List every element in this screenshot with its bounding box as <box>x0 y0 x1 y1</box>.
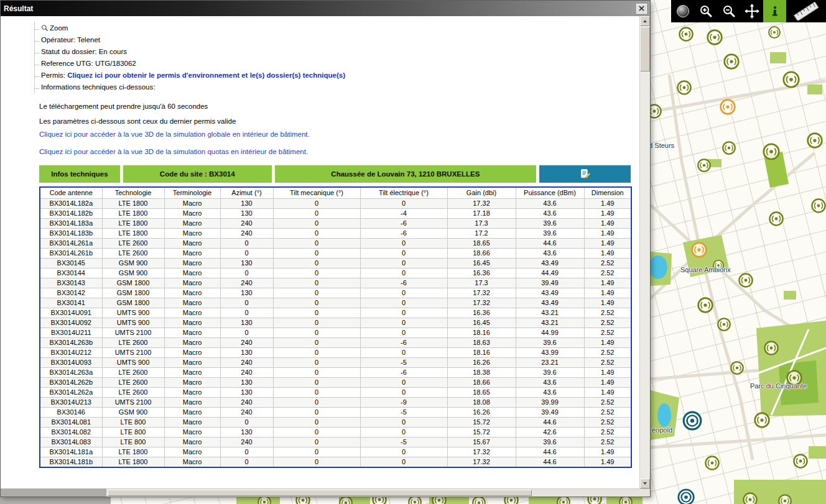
dialog-titlebar[interactable]: Résultat <box>1 1 650 16</box>
dialog-title: Résultat <box>4 4 33 13</box>
table-cell: 2.52 <box>584 358 631 368</box>
table-cell: 42.6 <box>516 428 584 438</box>
antenna-icon <box>777 493 792 504</box>
antenna-table: Code antenneTechnologieTerminologieAzimu… <box>39 186 632 468</box>
table-cell: UMTS 2100 <box>102 328 164 338</box>
antenna-icon <box>753 411 771 429</box>
antenna-marker-selected[interactable] <box>682 410 703 431</box>
table-cell: 240 <box>220 278 273 288</box>
table-cell: -6 <box>360 219 447 229</box>
table-cell: 0 <box>360 348 447 358</box>
column-header: Tilt électrique (°) <box>360 187 447 199</box>
antenna-marker[interactable] <box>717 317 731 332</box>
vertical-scrollbar-thumb[interactable] <box>640 27 650 71</box>
vertical-scrollbar[interactable] <box>639 16 650 488</box>
antenna-marker-orange[interactable] <box>690 241 708 259</box>
antenna-marker[interactable] <box>722 140 736 155</box>
tool-info-button[interactable] <box>763 0 786 22</box>
table-cell: Macro <box>164 239 220 249</box>
table-cell: 0 <box>273 328 360 338</box>
antenna-marker[interactable] <box>697 158 712 173</box>
table-row: BX3014L183aLTE 1800Macro2400-617.339.61.… <box>40 219 631 229</box>
table-cell: 0 <box>273 268 360 278</box>
table-cell: 0 <box>360 457 447 468</box>
antenna-icon <box>697 296 714 314</box>
table-cell: GSM 900 <box>102 408 164 418</box>
table-cell: 0 <box>273 438 360 447</box>
table-cell: 1.49 <box>584 368 631 378</box>
antenna-marker[interactable] <box>782 70 800 89</box>
tool-zoom-in-button[interactable] <box>694 0 717 22</box>
table-cell: 1.49 <box>584 447 631 457</box>
antenna-marker[interactable] <box>730 360 745 375</box>
table-cell: 0 <box>273 298 360 308</box>
antenna-marker[interactable] <box>738 272 754 288</box>
antenna-marker[interactable] <box>792 453 809 469</box>
tree-item-4[interactable]: Permis: Cliquez ici pour obtenir le perm… <box>35 70 345 81</box>
table-cell: LTE 2600 <box>102 239 164 249</box>
table-row: BX30146GSM 900Macro2400-516.2639.492.52 <box>40 408 631 418</box>
tree-item-0[interactable]: Zoom <box>35 22 345 34</box>
table-cell: 1.49 <box>584 209 631 219</box>
table-cell: 43.21 <box>516 308 584 318</box>
map-place-label: Parc du Cinquante <box>750 382 807 390</box>
table-cell: 130 <box>220 209 273 219</box>
antenna-marker-orange[interactable] <box>719 98 736 116</box>
table-cell: Macro <box>164 338 220 348</box>
table-cell: 0 <box>360 239 447 249</box>
infos-techniques-button[interactable]: Infos techniques <box>39 165 120 183</box>
table-cell: LTE 1800 <box>102 209 164 219</box>
table-cell: 15.67 <box>447 438 516 447</box>
tool-ruler-button[interactable] <box>786 0 826 22</box>
horizontal-scrollbar-thumb[interactable] <box>108 490 532 496</box>
antenna-marker[interactable] <box>777 493 792 504</box>
antenna-marker[interactable] <box>697 296 714 314</box>
tool-globe-button[interactable] <box>671 0 694 22</box>
antenna-marker-selected[interactable] <box>677 488 695 504</box>
link-3d-global[interactable]: Cliquez ici pour accéder à la vue 3D de … <box>39 131 637 138</box>
address-button[interactable]: Chaussée de Louvain 73, 1210 BRUXELLES <box>275 165 537 183</box>
horizontal-scrollbar[interactable] <box>1 488 650 497</box>
antenna-marker[interactable] <box>723 53 740 70</box>
antenna-marker[interactable] <box>763 340 779 356</box>
column-header: Gain (dbi) <box>447 187 516 199</box>
antenna-marker[interactable] <box>704 455 720 471</box>
table-row: BX3014L082LTE 800Macro1300015.7242.62.52 <box>40 428 631 438</box>
table-cell: 0 <box>220 249 273 259</box>
antenna-marker[interactable] <box>762 142 781 161</box>
antenna-marker[interactable] <box>753 411 771 429</box>
table-cell: 2.52 <box>584 259 631 268</box>
table-cell: -6 <box>360 278 447 288</box>
export-button[interactable] <box>539 165 631 183</box>
close-button[interactable] <box>636 4 647 14</box>
tree-item-label: Opérateur: Telenet <box>41 36 100 44</box>
table-cell: BX30145 <box>40 259 102 268</box>
close-icon <box>639 6 644 11</box>
antenna-icon <box>806 132 824 149</box>
table-row: BX3014L263bLTE 2600Macro2400-618.6339.61… <box>40 338 631 348</box>
site-code-button[interactable]: Code du site : BX3014 <box>123 165 272 183</box>
antenna-marker[interactable] <box>742 492 758 504</box>
permis-link[interactable]: Cliquez ici pour obtenir le permis d'env… <box>67 71 345 79</box>
antenna-marker[interactable] <box>810 198 826 214</box>
map-building-block <box>0 497 111 504</box>
table-cell: UMTS 2100 <box>102 348 164 358</box>
antenna-marker[interactable] <box>768 25 781 39</box>
hscroll-track[interactable] <box>106 488 650 497</box>
antenna-marker[interactable] <box>706 29 723 46</box>
tree-item-5: Informations techniques ci-dessous: <box>35 81 345 93</box>
tool-pan-button[interactable] <box>740 0 763 22</box>
tool-zoom-out-button[interactable] <box>717 0 740 22</box>
antenna-marker[interactable] <box>678 26 694 42</box>
table-cell: 240 <box>220 358 273 368</box>
antenna-marker[interactable] <box>806 132 824 149</box>
antenna-marker[interactable] <box>768 211 784 227</box>
scroll-up-button[interactable] <box>640 16 650 26</box>
table-cell: BX3014U091 <box>40 308 102 318</box>
link-3d-quotas[interactable]: Cliquez ici pour accéder à la vue 3D de … <box>39 148 637 155</box>
table-cell: 0 <box>273 388 360 398</box>
scroll-down-button[interactable] <box>640 479 650 488</box>
antenna-marker[interactable] <box>676 80 692 96</box>
antenna-icon <box>738 272 754 288</box>
table-cell: 2.52 <box>584 308 631 318</box>
